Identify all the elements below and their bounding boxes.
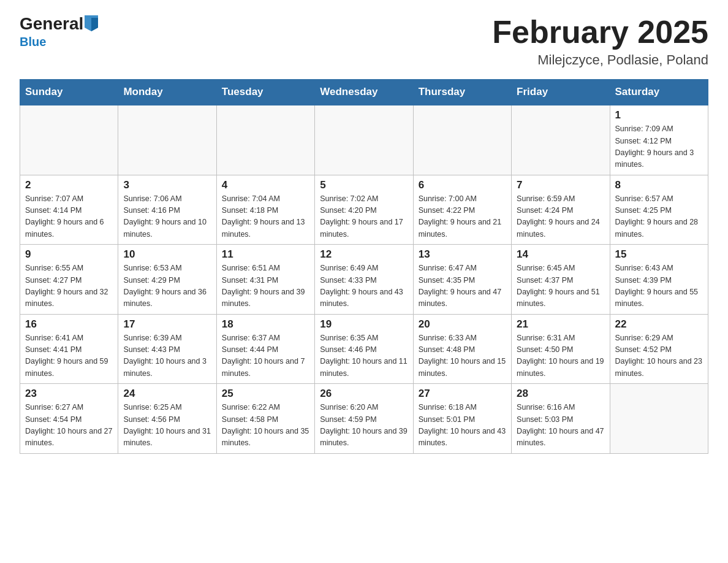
day-info: Sunrise: 7:06 AMSunset: 4:16 PMDaylight:…: [123, 193, 211, 241]
day-number: 6: [419, 179, 506, 191]
calendar-cell: 3Sunrise: 7:06 AMSunset: 4:16 PMDaylight…: [118, 175, 216, 245]
weekday-header-row: SundayMondayTuesdayWednesdayThursdayFrid…: [20, 80, 708, 105]
calendar-cell: 28Sunrise: 6:16 AMSunset: 5:03 PMDayligh…: [512, 384, 610, 454]
calendar-cell: 23Sunrise: 6:27 AMSunset: 4:54 PMDayligh…: [20, 384, 118, 454]
calendar-cell: 20Sunrise: 6:33 AMSunset: 4:48 PMDayligh…: [413, 314, 511, 384]
calendar-cell: 18Sunrise: 6:37 AMSunset: 4:44 PMDayligh…: [216, 314, 314, 384]
day-number: 24: [123, 388, 211, 400]
logo-icon: [83, 15, 98, 33]
weekday-header-thursday: Thursday: [413, 80, 511, 105]
week-row-5: 23Sunrise: 6:27 AMSunset: 4:54 PMDayligh…: [20, 384, 708, 454]
day-info: Sunrise: 7:00 AMSunset: 4:22 PMDaylight:…: [419, 193, 506, 241]
weekday-header-friday: Friday: [512, 80, 610, 105]
weekday-header-sunday: Sunday: [20, 80, 118, 105]
day-number: 1: [615, 109, 703, 121]
day-info: Sunrise: 6:57 AMSunset: 4:25 PMDaylight:…: [615, 193, 703, 241]
day-info: Sunrise: 6:53 AMSunset: 4:29 PMDaylight:…: [123, 262, 211, 310]
day-number: 9: [25, 248, 113, 261]
day-number: 25: [222, 388, 309, 400]
calendar-cell: 27Sunrise: 6:18 AMSunset: 5:01 PMDayligh…: [413, 384, 511, 454]
day-info: Sunrise: 6:45 AMSunset: 4:37 PMDaylight:…: [517, 262, 604, 310]
calendar-cell: 6Sunrise: 7:00 AMSunset: 4:22 PMDaylight…: [413, 175, 511, 245]
day-number: 19: [320, 318, 408, 331]
day-info: Sunrise: 7:04 AMSunset: 4:18 PMDaylight:…: [222, 193, 309, 241]
day-info: Sunrise: 6:31 AMSunset: 4:50 PMDaylight:…: [517, 332, 604, 380]
day-number: 14: [517, 248, 604, 261]
day-info: Sunrise: 6:51 AMSunset: 4:31 PMDaylight:…: [222, 262, 309, 310]
calendar-cell: 12Sunrise: 6:49 AMSunset: 4:33 PMDayligh…: [315, 245, 413, 315]
day-number: 4: [222, 179, 309, 191]
day-info: Sunrise: 6:37 AMSunset: 4:44 PMDaylight:…: [222, 332, 309, 380]
day-info: Sunrise: 7:02 AMSunset: 4:20 PMDaylight:…: [320, 193, 408, 241]
day-info: Sunrise: 6:43 AMSunset: 4:39 PMDaylight:…: [615, 262, 703, 310]
calendar-cell: 26Sunrise: 6:20 AMSunset: 4:59 PMDayligh…: [315, 384, 413, 454]
day-info: Sunrise: 6:25 AMSunset: 4:56 PMDaylight:…: [123, 402, 211, 450]
week-row-4: 16Sunrise: 6:41 AMSunset: 4:41 PMDayligh…: [20, 314, 708, 384]
day-number: 2: [25, 179, 113, 191]
day-info: Sunrise: 6:27 AMSunset: 4:54 PMDaylight:…: [25, 402, 113, 450]
day-info: Sunrise: 6:35 AMSunset: 4:46 PMDaylight:…: [320, 332, 408, 380]
calendar-cell: 8Sunrise: 6:57 AMSunset: 4:25 PMDaylight…: [610, 175, 708, 245]
day-number: 3: [123, 179, 211, 191]
calendar-cell: 16Sunrise: 6:41 AMSunset: 4:41 PMDayligh…: [20, 314, 118, 384]
calendar-cell: 9Sunrise: 6:55 AMSunset: 4:27 PMDaylight…: [20, 245, 118, 315]
calendar-cell: 5Sunrise: 7:02 AMSunset: 4:20 PMDaylight…: [315, 175, 413, 245]
day-number: 23: [25, 388, 113, 400]
day-info: Sunrise: 6:22 AMSunset: 4:58 PMDaylight:…: [222, 402, 309, 450]
calendar-cell: 14Sunrise: 6:45 AMSunset: 4:37 PMDayligh…: [512, 245, 610, 315]
logo: General Blue: [20, 15, 98, 48]
day-info: Sunrise: 6:59 AMSunset: 4:24 PMDaylight:…: [517, 193, 604, 241]
calendar-cell: 25Sunrise: 6:22 AMSunset: 4:58 PMDayligh…: [216, 384, 314, 454]
day-number: 26: [320, 388, 408, 400]
calendar-cell: 7Sunrise: 6:59 AMSunset: 4:24 PMDaylight…: [512, 175, 610, 245]
day-number: 20: [419, 318, 506, 331]
calendar-cell: 10Sunrise: 6:53 AMSunset: 4:29 PMDayligh…: [118, 245, 216, 315]
title-area: February 2025 Milejczyce, Podlasie, Pola…: [492, 15, 708, 68]
weekday-header-saturday: Saturday: [610, 80, 708, 105]
svg-marker-1: [91, 18, 98, 31]
header: General Blue February 2025 Milejczyce, P…: [20, 15, 708, 68]
day-info: Sunrise: 6:16 AMSunset: 5:03 PMDaylight:…: [517, 402, 604, 450]
calendar-cell: 11Sunrise: 6:51 AMSunset: 4:31 PMDayligh…: [216, 245, 314, 315]
week-row-2: 2Sunrise: 7:07 AMSunset: 4:14 PMDaylight…: [20, 175, 708, 245]
day-number: 12: [320, 248, 408, 261]
logo-blue-text: Blue: [20, 35, 46, 48]
day-info: Sunrise: 7:07 AMSunset: 4:14 PMDaylight:…: [25, 193, 113, 241]
week-row-1: 1Sunrise: 7:09 AMSunset: 4:12 PMDaylight…: [20, 105, 708, 175]
calendar-cell: 1Sunrise: 7:09 AMSunset: 4:12 PMDaylight…: [610, 105, 708, 175]
calendar-cell: 22Sunrise: 6:29 AMSunset: 4:52 PMDayligh…: [610, 314, 708, 384]
day-number: 17: [123, 318, 211, 331]
day-number: 21: [517, 318, 604, 331]
calendar-cell: 21Sunrise: 6:31 AMSunset: 4:50 PMDayligh…: [512, 314, 610, 384]
day-number: 16: [25, 318, 113, 331]
day-info: Sunrise: 7:09 AMSunset: 4:12 PMDaylight:…: [615, 123, 703, 171]
calendar-cell: [610, 384, 708, 454]
day-info: Sunrise: 6:39 AMSunset: 4:43 PMDaylight:…: [123, 332, 211, 380]
calendar-cell: 19Sunrise: 6:35 AMSunset: 4:46 PMDayligh…: [315, 314, 413, 384]
logo-general-text: General: [20, 15, 83, 34]
calendar-cell: 2Sunrise: 7:07 AMSunset: 4:14 PMDaylight…: [20, 175, 118, 245]
day-number: 8: [615, 179, 703, 191]
weekday-header-wednesday: Wednesday: [315, 80, 413, 105]
day-number: 18: [222, 318, 309, 331]
day-info: Sunrise: 6:29 AMSunset: 4:52 PMDaylight:…: [615, 332, 703, 380]
calendar-cell: 15Sunrise: 6:43 AMSunset: 4:39 PMDayligh…: [610, 245, 708, 315]
day-number: 28: [517, 388, 604, 400]
calendar-cell: 24Sunrise: 6:25 AMSunset: 4:56 PMDayligh…: [118, 384, 216, 454]
day-info: Sunrise: 6:18 AMSunset: 5:01 PMDaylight:…: [419, 402, 506, 450]
week-row-3: 9Sunrise: 6:55 AMSunset: 4:27 PMDaylight…: [20, 245, 708, 315]
day-number: 10: [123, 248, 211, 261]
day-info: Sunrise: 6:20 AMSunset: 4:59 PMDaylight:…: [320, 402, 408, 450]
calendar-cell: [20, 105, 118, 175]
day-number: 22: [615, 318, 703, 331]
calendar-cell: [216, 105, 314, 175]
day-number: 13: [419, 248, 506, 261]
calendar-cell: 13Sunrise: 6:47 AMSunset: 4:35 PMDayligh…: [413, 245, 511, 315]
day-number: 15: [615, 248, 703, 261]
day-number: 5: [320, 179, 408, 191]
weekday-header-monday: Monday: [118, 80, 216, 105]
day-info: Sunrise: 6:41 AMSunset: 4:41 PMDaylight:…: [25, 332, 113, 380]
calendar-table: SundayMondayTuesdayWednesdayThursdayFrid…: [20, 79, 708, 454]
calendar-cell: 17Sunrise: 6:39 AMSunset: 4:43 PMDayligh…: [118, 314, 216, 384]
day-info: Sunrise: 6:33 AMSunset: 4:48 PMDaylight:…: [419, 332, 506, 380]
